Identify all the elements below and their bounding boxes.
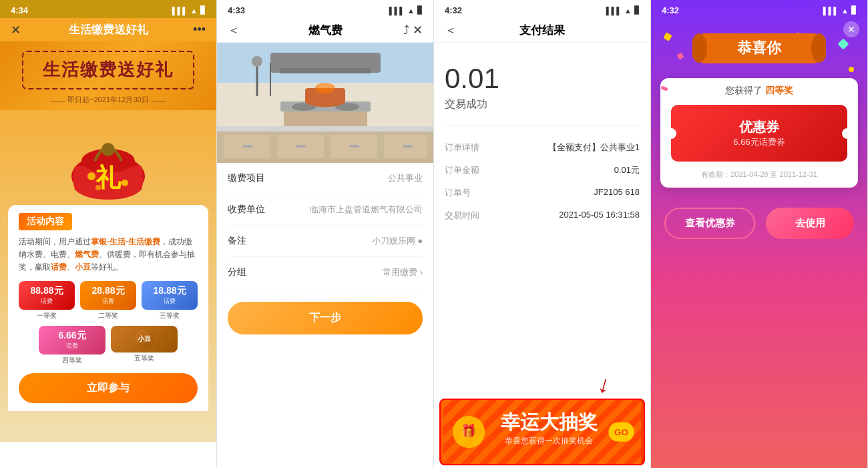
payment-amount: 0.01 (445, 63, 640, 95)
nav-bar-3: ＜ 支付结果 (434, 18, 650, 43)
banner-title: 生活缴费送好礼 (21, 47, 195, 93)
prize-amount-1: 88.88元 (21, 285, 72, 297)
close-icon[interactable]: ✕ (11, 23, 31, 37)
next-button[interactable]: 下一步 (228, 302, 423, 334)
prize-card-4: 6.66元 话费 (39, 326, 105, 355)
battery-icon-2: ▊ (417, 6, 423, 15)
prize-card-5: 小豆 (111, 326, 178, 353)
form-item-0: 缴费项目 公共事业 (228, 163, 423, 194)
phone-4: ✦ ✦ ✦ 4:32 ▌▌▌ ▲ ▊ ✕ 恭喜你 您获得了 四等奖 (651, 0, 868, 468)
time-3: 4:32 (445, 5, 462, 15)
gift-scroll-svg: 恭喜你 (692, 23, 826, 70)
svg-text:恭喜您获得一次抽奖机会: 恭喜您获得一次抽奖机会 (505, 437, 593, 445)
view-coupon-button[interactable]: 查看优惠券 (664, 208, 755, 239)
prize-item-4: 6.66元 话费 四等奖 (39, 326, 105, 365)
action-buttons-area: 查看优惠券 去使用 (651, 194, 867, 252)
order-detail-section: 订单详情 【全额支付】公共事业1 订单金额 0.01元 订单号 JF2105 6… (445, 125, 640, 227)
time-4: 4:32 (662, 5, 679, 15)
svg-text:生活缴费送好礼: 生活缴费送好礼 (42, 59, 174, 79)
prize-card-2: 28.88元 话费 (80, 281, 136, 310)
svg-point-21 (252, 56, 262, 67)
svg-rect-12 (280, 68, 371, 73)
nav-title-2: 燃气费 (248, 23, 403, 38)
nav-bar-2: ＜ 燃气费 ⤴ ✕ (217, 18, 433, 43)
order-key-2: 订单号 (445, 187, 491, 199)
gift-bag-svg: 礼 (61, 113, 155, 200)
prize-item-2: 28.88元 话费 二等奖 (80, 281, 136, 320)
phone-2: 4:33 ▌▌▌ ▲ ▊ ＜ 燃气费 ⤴ ✕ (217, 0, 434, 468)
prize-grid-bottom: 6.66元 话费 四等奖 小豆 五等奖 (19, 326, 198, 365)
svg-rect-29 (242, 145, 252, 148)
prize-item-5: 小豆 五等奖 (111, 326, 178, 365)
prize-item-3: 18.88元 话费 三等奖 (142, 281, 198, 320)
activity-section: 活动内容 活动期间，用户通过掌银-生活-生活缴费，成功缴纳水费、电费、燃气费、供… (8, 205, 208, 411)
form-item-1: 收费单位 临海市上盘管道燃气有限公司 (228, 194, 423, 226)
battery-icon-3: ▊ (634, 6, 640, 15)
more-icon[interactable]: ••• (186, 23, 206, 37)
coupon-ticket: 优惠券 6.66元话费券 (671, 105, 847, 162)
form-label-3: 分组 (228, 266, 246, 278)
bean-link: 小豆 (75, 262, 91, 272)
prize-type-2: 话费 (83, 297, 134, 306)
share-icon[interactable]: ⤴ (403, 23, 409, 37)
wifi-icon-3: ▲ (624, 7, 632, 15)
time-2: 4:33 (228, 5, 245, 15)
prize-label-4: 四等奖 (39, 356, 105, 365)
lucky-draw-svg: 🎁 幸运大抽奖 恭喜您获得一次抽奖机会 GO (441, 400, 644, 464)
prize-type-1: 话费 (21, 297, 72, 306)
svg-point-4 (101, 143, 115, 156)
prize-label-5: 五等奖 (111, 354, 178, 363)
order-row-3: 交易时间 2021-05-05 16:31:58 (445, 204, 640, 227)
form-list: 缴费项目 公共事业 收费单位 临海市上盘管道燃气有限公司 备注 小刀娱乐网 ● … (217, 163, 433, 288)
wifi-icon-2: ▲ (407, 7, 415, 15)
prize-label-1: 一等奖 (19, 311, 75, 320)
activity-title-tag: 活动内容 (19, 213, 72, 230)
share-icons-2: ⤴ ✕ (403, 23, 423, 37)
form-label-0: 缴费项目 (228, 172, 265, 184)
gift-bag-area: 礼 (0, 110, 216, 205)
prize-amount-3: 18.88元 (144, 285, 195, 297)
svg-point-6 (122, 180, 128, 186)
prize-amount-2: 28.88元 (83, 285, 134, 297)
close-button[interactable]: ✕ (843, 21, 859, 37)
order-row-0: 订单详情 【全额支付】公共事业1 (445, 136, 640, 159)
use-now-button[interactable]: 去使用 (766, 208, 854, 239)
participate-button[interactable]: 立即参与 (19, 373, 198, 403)
prize-type-4: 话费 (41, 342, 103, 350)
order-row-1: 订单金额 0.01元 (445, 159, 640, 182)
close-icon-2[interactable]: ✕ (413, 23, 423, 37)
form-value-1: 临海市上盘管道燃气有限公司 (310, 204, 423, 216)
svg-rect-30 (296, 145, 306, 148)
prize-type-3: 话费 (144, 297, 195, 306)
prize-item-1: 88.88元 话费 一等奖 (19, 281, 75, 320)
back-icon-2[interactable]: ＜ (228, 22, 248, 38)
coupon-name: 优惠券 (684, 118, 834, 136)
phone3-main: 0.01 交易成功 订单详情 【全额支付】公共事业1 订单金额 0.01元 订单… (434, 43, 650, 468)
notch-left (666, 128, 676, 139)
nav-title-3: 支付结果 (465, 23, 620, 38)
order-key-0: 订单详情 (445, 142, 491, 154)
prize-card-3: 18.88元 话费 (142, 281, 198, 310)
back-icon-3[interactable]: ＜ (445, 22, 465, 38)
link-text: 掌银-生活-生活缴费 (91, 237, 160, 246)
bean-icon: 小豆 (135, 330, 154, 348)
coupon-validity: 有效期：2021-04-28 至 2021-12-31 (660, 167, 858, 188)
prize-amount-4: 6.66元 (41, 330, 103, 342)
nav-bar-1: ✕ 生活缴费送好礼 ••• (0, 18, 216, 41)
status-icons-2: ▌▌▌ ▲ ▊ (389, 6, 423, 15)
battery-icon: ▊ (200, 6, 206, 15)
status-icons-3: ▌▌▌ ▲ ▊ (606, 6, 640, 15)
wifi-icon-4: ▲ (841, 7, 849, 15)
phone-fee-link: 话费 (51, 262, 67, 272)
prize-label-2: 二等奖 (80, 311, 136, 320)
notch-right (842, 128, 853, 139)
banner-date: 即日起~2021年12月30日 (0, 95, 216, 105)
phone1-content: 生活缴费送好礼 即日起~2021年12月30日 礼 (0, 41, 216, 442)
order-val-1: 0.01元 (491, 164, 640, 176)
wifi-icon: ▲ (190, 7, 198, 15)
lucky-draw-banner[interactable]: 🎁 幸运大抽奖 恭喜您获得一次抽奖机会 GO (439, 399, 645, 465)
gift-scroll-area: 恭喜你 (651, 18, 867, 75)
form-item-2: 备注 小刀娱乐网 ● (228, 226, 423, 257)
time-1: 4:34 (11, 5, 28, 15)
phone-1: 4:34 ▌▌▌ ▲ ▊ ✕ 生活缴费送好礼 ••• 生活缴费送好礼 即日起~2… (0, 0, 217, 468)
